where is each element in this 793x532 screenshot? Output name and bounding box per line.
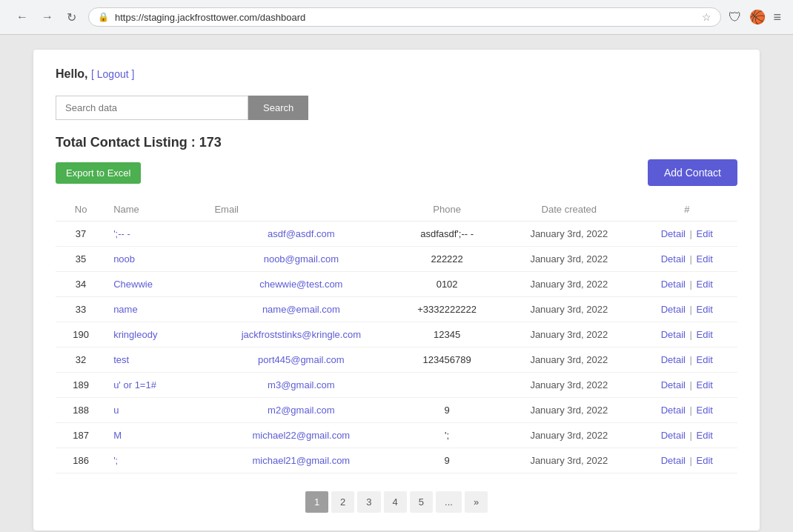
action-separator: | <box>690 304 695 315</box>
edit-link[interactable]: Edit <box>697 430 713 441</box>
bookmark-icon[interactable]: ☆ <box>702 11 711 23</box>
detail-link[interactable]: Detail <box>661 329 686 340</box>
cell-phone: 222222 <box>392 247 502 272</box>
edit-link[interactable]: Edit <box>697 228 713 239</box>
detail-link[interactable]: Detail <box>661 304 686 315</box>
cell-date: January 3rd, 2022 <box>502 297 637 322</box>
cell-no: 32 <box>56 348 106 373</box>
cell-actions: Detail | Edit <box>637 247 737 272</box>
cell-actions: Detail | Edit <box>637 322 737 348</box>
edit-link[interactable]: Edit <box>697 304 713 315</box>
page-button-...[interactable]: ... <box>436 491 462 513</box>
edit-link[interactable]: Edit <box>697 405 713 416</box>
table-row: 32 test port445@gmail.com 123456789 Janu… <box>56 348 737 373</box>
browser-actions: 🛡 🏀 ≡ <box>729 9 781 25</box>
cell-phone <box>392 373 502 398</box>
cell-email: asdf@asdf.com <box>207 222 392 247</box>
address-bar: 🔒 ☆ <box>88 7 721 27</box>
profile-icon: 🏀 <box>749 9 766 25</box>
detail-link[interactable]: Detail <box>661 379 686 390</box>
cell-actions: Detail | Edit <box>637 448 737 473</box>
cell-date: January 3rd, 2022 <box>502 448 637 473</box>
nav-buttons: ← → ↻ <box>12 9 81 26</box>
back-button[interactable]: ← <box>12 9 33 25</box>
page-button-»[interactable]: » <box>465 491 488 513</box>
edit-link[interactable]: Edit <box>697 354 713 365</box>
search-input[interactable] <box>56 96 248 120</box>
edit-link[interactable]: Edit <box>697 329 713 340</box>
cell-email: m2@gmail.com <box>207 398 392 423</box>
cell-email: jackfroststinks@kringle.com <box>207 322 392 348</box>
col-name: Name <box>106 198 207 222</box>
table-row: 33 name name@email.com +3332222222 Janua… <box>56 297 737 322</box>
cell-no: 35 <box>56 247 106 272</box>
table-row: 189 u' or 1=1# m3@gmail.com January 3rd,… <box>56 373 737 398</box>
cell-actions: Detail | Edit <box>637 297 737 322</box>
cell-no: 187 <box>56 423 106 448</box>
cell-date: January 3rd, 2022 <box>502 247 637 272</box>
cell-name: ';-- - <box>106 222 207 247</box>
action-separator: | <box>690 455 695 466</box>
cell-name: noob <box>106 247 207 272</box>
cell-name: M <box>106 423 207 448</box>
page-button-1[interactable]: 1 <box>305 491 328 513</box>
cell-actions: Detail | Edit <box>637 398 737 423</box>
cell-actions: Detail | Edit <box>637 272 737 297</box>
action-separator: | <box>690 228 695 239</box>
cell-email: m3@gmail.com <box>207 373 392 398</box>
page-container: Hello, [ Logout ] Search Total Contact L… <box>33 50 760 531</box>
edit-link[interactable]: Edit <box>697 455 713 466</box>
edit-link[interactable]: Edit <box>697 279 713 290</box>
search-button[interactable]: Search <box>248 96 308 120</box>
col-no: No <box>56 198 106 222</box>
actions-row: Export to Excel Add Contact <box>56 159 737 186</box>
table-row: 186 '; michael21@gmail.com 9 January 3rd… <box>56 448 737 473</box>
page-button-3[interactable]: 3 <box>357 491 380 513</box>
action-links: Detail | Edit <box>661 304 713 315</box>
detail-link[interactable]: Detail <box>661 430 686 441</box>
url-input[interactable] <box>115 12 696 23</box>
table-row: 34 Chewwie chewwie@test.com 0102 January… <box>56 272 737 297</box>
detail-link[interactable]: Detail <box>661 405 686 416</box>
detail-link[interactable]: Detail <box>661 354 686 365</box>
detail-link[interactable]: Detail <box>661 253 686 265</box>
cell-phone: '; <box>392 423 502 448</box>
cell-actions: Detail | Edit <box>637 373 737 398</box>
cell-name: u <box>106 398 207 423</box>
export-button[interactable]: Export to Excel <box>56 162 141 184</box>
table-row: 35 noob noob@gmail.com 222222 January 3r… <box>56 247 737 272</box>
cell-email: port445@gmail.com <box>207 348 392 373</box>
action-links: Detail | Edit <box>661 455 713 466</box>
cell-phone: 12345 <box>392 322 502 348</box>
page-button-5[interactable]: 5 <box>410 491 433 513</box>
detail-link[interactable]: Detail <box>661 228 686 239</box>
page-button-4[interactable]: 4 <box>384 491 407 513</box>
page-button-2[interactable]: 2 <box>331 491 354 513</box>
action-separator: | <box>690 253 695 265</box>
detail-link[interactable]: Detail <box>661 455 686 466</box>
cell-name: kringleody <box>106 322 207 348</box>
forward-button[interactable]: → <box>37 9 58 25</box>
cell-phone: 9 <box>392 448 502 473</box>
menu-icon[interactable]: ≡ <box>773 10 781 25</box>
action-separator: | <box>690 354 695 365</box>
table-row: 37 ';-- - asdf@asdf.com asdfasdf';-- - J… <box>56 222 737 247</box>
add-contact-button[interactable]: Add Contact <box>648 159 737 186</box>
detail-link[interactable]: Detail <box>661 279 686 290</box>
action-separator: | <box>690 405 695 416</box>
cell-no: 188 <box>56 398 106 423</box>
action-links: Detail | Edit <box>661 279 713 290</box>
edit-link[interactable]: Edit <box>697 253 713 265</box>
logout-link[interactable]: [ Logout ] <box>91 68 134 80</box>
col-phone: Phone <box>392 198 502 222</box>
table-row: 188 u m2@gmail.com 9 January 3rd, 2022 D… <box>56 398 737 423</box>
cell-phone: 9 <box>392 398 502 423</box>
action-separator: | <box>690 379 695 390</box>
action-separator: | <box>690 430 695 441</box>
cell-no: 190 <box>56 322 106 348</box>
action-links: Detail | Edit <box>661 379 713 390</box>
reload-button[interactable]: ↻ <box>62 9 81 26</box>
cell-email: michael21@gmail.com <box>207 448 392 473</box>
edit-link[interactable]: Edit <box>697 379 713 390</box>
hello-text: Hello, [ Logout ] <box>56 67 134 80</box>
